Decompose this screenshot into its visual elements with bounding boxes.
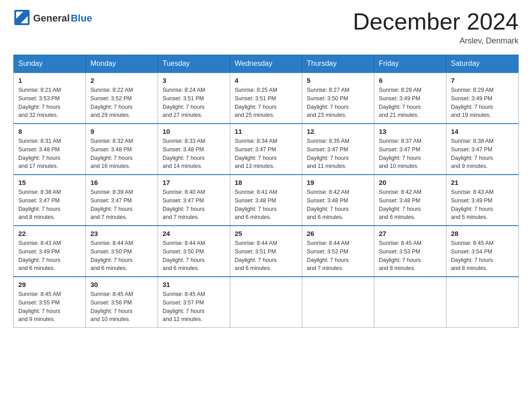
day-info: Sunrise: 8:45 AM Sunset: 3:57 PM Dayligh…: [163, 290, 225, 324]
day-number: 24: [163, 230, 225, 237]
day-of-week-header: Wednesday: [230, 55, 302, 73]
day-number: 29: [18, 281, 81, 288]
calendar-day-cell: 16 Sunrise: 8:39 AM Sunset: 3:47 PM Dayl…: [86, 175, 158, 226]
calendar-day-cell: 3 Sunrise: 8:24 AM Sunset: 3:51 PM Dayli…: [158, 73, 230, 124]
day-number: 23: [90, 230, 153, 237]
calendar-day-cell: 9 Sunrise: 8:32 AM Sunset: 3:48 PM Dayli…: [86, 124, 158, 175]
day-number: 14: [451, 128, 514, 135]
calendar-day-cell: 31 Sunrise: 8:45 AM Sunset: 3:57 PM Dayl…: [158, 277, 230, 328]
day-info: Sunrise: 8:44 AM Sunset: 3:52 PM Dayligh…: [307, 239, 369, 273]
day-info: Sunrise: 8:32 AM Sunset: 3:48 PM Dayligh…: [90, 137, 153, 171]
day-info: Sunrise: 8:44 AM Sunset: 3:50 PM Dayligh…: [90, 239, 153, 273]
page-header: General Blue December 2024 Arslev, Denma…: [13, 9, 519, 46]
day-number: 4: [235, 77, 297, 84]
day-number: 11: [235, 128, 297, 135]
day-number: 19: [307, 179, 369, 186]
calendar-day-cell: 2 Sunrise: 8:22 AM Sunset: 3:52 PM Dayli…: [86, 73, 158, 124]
day-info: Sunrise: 8:29 AM Sunset: 3:49 PM Dayligh…: [451, 86, 514, 120]
calendar-day-cell: 1 Sunrise: 8:21 AM Sunset: 3:53 PM Dayli…: [14, 73, 86, 124]
day-of-week-header: Thursday: [302, 55, 374, 73]
calendar-day-cell: 26 Sunrise: 8:44 AM Sunset: 3:52 PM Dayl…: [302, 226, 374, 277]
calendar-day-cell: 27 Sunrise: 8:45 AM Sunset: 3:53 PM Dayl…: [374, 226, 446, 277]
logo-blue-text: Blue: [71, 13, 92, 24]
title-section: December 2024 Arslev, Denmark: [353, 9, 519, 46]
calendar-week-row: 22 Sunrise: 8:43 AM Sunset: 3:49 PM Dayl…: [14, 226, 519, 277]
logo: General Blue: [13, 9, 92, 28]
day-number: 7: [451, 77, 514, 84]
day-info: Sunrise: 8:35 AM Sunset: 3:47 PM Dayligh…: [307, 137, 369, 171]
day-info: Sunrise: 8:22 AM Sunset: 3:52 PM Dayligh…: [90, 86, 153, 120]
calendar-day-cell: 14 Sunrise: 8:38 AM Sunset: 3:47 PM Dayl…: [446, 124, 519, 175]
calendar-day-cell: 19 Sunrise: 8:42 AM Sunset: 3:48 PM Dayl…: [302, 175, 374, 226]
calendar-day-cell: 11 Sunrise: 8:34 AM Sunset: 3:47 PM Dayl…: [230, 124, 302, 175]
calendar-day-cell: [302, 277, 374, 328]
day-info: Sunrise: 8:41 AM Sunset: 3:48 PM Dayligh…: [235, 188, 297, 222]
day-number: 6: [379, 77, 442, 84]
day-of-week-header: Monday: [86, 55, 158, 73]
day-info: Sunrise: 8:45 AM Sunset: 3:53 PM Dayligh…: [379, 239, 442, 273]
day-number: 8: [18, 128, 81, 135]
day-info: Sunrise: 8:44 AM Sunset: 3:50 PM Dayligh…: [163, 239, 225, 273]
day-number: 10: [163, 128, 225, 135]
day-info: Sunrise: 8:42 AM Sunset: 3:48 PM Dayligh…: [307, 188, 369, 222]
calendar-week-row: 8 Sunrise: 8:31 AM Sunset: 3:48 PM Dayli…: [14, 124, 519, 175]
day-number: 13: [379, 128, 442, 135]
day-info: Sunrise: 8:45 AM Sunset: 3:56 PM Dayligh…: [90, 290, 153, 324]
day-number: 20: [379, 179, 442, 186]
day-of-week-header: Friday: [374, 55, 446, 73]
calendar-day-cell: [374, 277, 446, 328]
calendar-day-cell: 20 Sunrise: 8:42 AM Sunset: 3:48 PM Dayl…: [374, 175, 446, 226]
calendar-week-row: 29 Sunrise: 8:45 AM Sunset: 3:55 PM Dayl…: [14, 277, 519, 328]
calendar-day-cell: 4 Sunrise: 8:25 AM Sunset: 3:51 PM Dayli…: [230, 73, 302, 124]
calendar-day-cell: 10 Sunrise: 8:33 AM Sunset: 3:48 PM Dayl…: [158, 124, 230, 175]
calendar-day-cell: 30 Sunrise: 8:45 AM Sunset: 3:56 PM Dayl…: [86, 277, 158, 328]
calendar-day-cell: 5 Sunrise: 8:27 AM Sunset: 3:50 PM Dayli…: [302, 73, 374, 124]
logo-general-text: General: [33, 13, 70, 24]
day-info: Sunrise: 8:42 AM Sunset: 3:48 PM Dayligh…: [379, 188, 442, 222]
day-number: 21: [451, 179, 514, 186]
day-info: Sunrise: 8:31 AM Sunset: 3:48 PM Dayligh…: [18, 137, 81, 171]
day-number: 2: [90, 77, 153, 84]
day-info: Sunrise: 8:45 AM Sunset: 3:54 PM Dayligh…: [451, 239, 514, 273]
logo-icon: [13, 9, 30, 28]
calendar-day-cell: 29 Sunrise: 8:45 AM Sunset: 3:55 PM Dayl…: [14, 277, 86, 328]
calendar-day-cell: 7 Sunrise: 8:29 AM Sunset: 3:49 PM Dayli…: [446, 73, 519, 124]
calendar-week-row: 15 Sunrise: 8:38 AM Sunset: 3:47 PM Dayl…: [14, 175, 519, 226]
day-number: 31: [163, 281, 225, 288]
calendar-week-row: 1 Sunrise: 8:21 AM Sunset: 3:53 PM Dayli…: [14, 73, 519, 124]
calendar-day-cell: 15 Sunrise: 8:38 AM Sunset: 3:47 PM Dayl…: [14, 175, 86, 226]
calendar-day-cell: 21 Sunrise: 8:43 AM Sunset: 3:49 PM Dayl…: [446, 175, 519, 226]
day-info: Sunrise: 8:38 AM Sunset: 3:47 PM Dayligh…: [451, 137, 514, 171]
day-info: Sunrise: 8:27 AM Sunset: 3:50 PM Dayligh…: [307, 86, 369, 120]
calendar-day-cell: 13 Sunrise: 8:37 AM Sunset: 3:47 PM Dayl…: [374, 124, 446, 175]
calendar-day-cell: 12 Sunrise: 8:35 AM Sunset: 3:47 PM Dayl…: [302, 124, 374, 175]
day-info: Sunrise: 8:38 AM Sunset: 3:47 PM Dayligh…: [18, 188, 81, 222]
day-info: Sunrise: 8:34 AM Sunset: 3:47 PM Dayligh…: [235, 137, 297, 171]
day-number: 30: [90, 281, 153, 288]
calendar-day-cell: 23 Sunrise: 8:44 AM Sunset: 3:50 PM Dayl…: [86, 226, 158, 277]
calendar-table: SundayMondayTuesdayWednesdayThursdayFrid…: [13, 55, 519, 328]
day-number: 16: [90, 179, 153, 186]
day-info: Sunrise: 8:45 AM Sunset: 3:55 PM Dayligh…: [18, 290, 81, 324]
day-number: 26: [307, 230, 369, 237]
day-of-week-header: Saturday: [446, 55, 519, 73]
day-info: Sunrise: 8:33 AM Sunset: 3:48 PM Dayligh…: [163, 137, 225, 171]
day-info: Sunrise: 8:43 AM Sunset: 3:49 PM Dayligh…: [18, 239, 81, 273]
calendar-day-cell: [446, 277, 519, 328]
day-number: 25: [235, 230, 297, 237]
calendar-header-row: SundayMondayTuesdayWednesdayThursdayFrid…: [14, 55, 519, 73]
calendar-day-cell: 17 Sunrise: 8:40 AM Sunset: 3:47 PM Dayl…: [158, 175, 230, 226]
day-info: Sunrise: 8:25 AM Sunset: 3:51 PM Dayligh…: [235, 86, 297, 120]
day-info: Sunrise: 8:40 AM Sunset: 3:47 PM Dayligh…: [163, 188, 225, 222]
day-number: 18: [235, 179, 297, 186]
day-info: Sunrise: 8:43 AM Sunset: 3:49 PM Dayligh…: [451, 188, 514, 222]
day-number: 27: [379, 230, 442, 237]
day-info: Sunrise: 8:24 AM Sunset: 3:51 PM Dayligh…: [163, 86, 225, 120]
day-number: 9: [90, 128, 153, 135]
calendar-day-cell: 22 Sunrise: 8:43 AM Sunset: 3:49 PM Dayl…: [14, 226, 86, 277]
location: Arslev, Denmark: [353, 36, 519, 46]
day-info: Sunrise: 8:37 AM Sunset: 3:47 PM Dayligh…: [379, 137, 442, 171]
calendar-day-cell: 28 Sunrise: 8:45 AM Sunset: 3:54 PM Dayl…: [446, 226, 519, 277]
day-info: Sunrise: 8:39 AM Sunset: 3:47 PM Dayligh…: [90, 188, 153, 222]
day-number: 17: [163, 179, 225, 186]
